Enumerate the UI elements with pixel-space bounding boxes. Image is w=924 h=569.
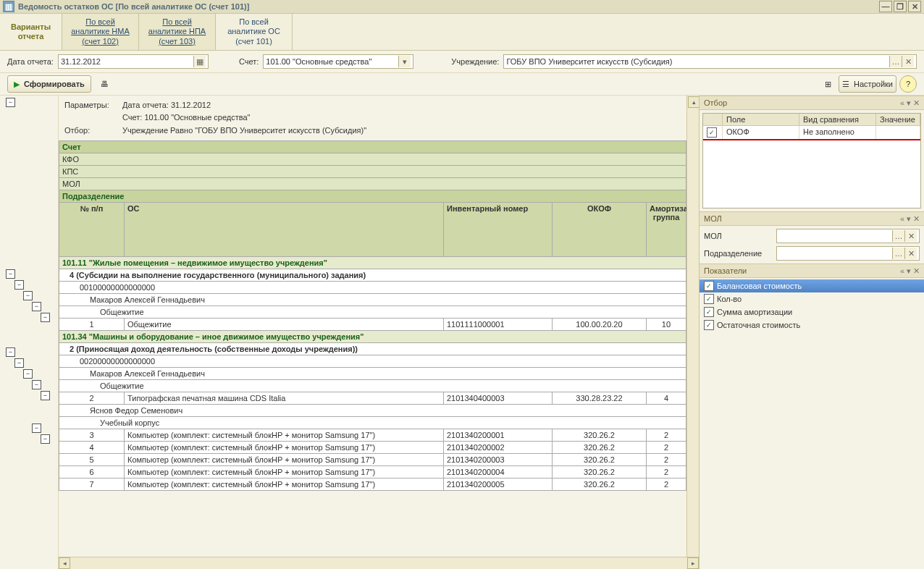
report-variants-tabs: Варианты отчета По всей аналитике НМА (с… xyxy=(0,14,924,51)
tree-collapse[interactable]: − xyxy=(41,391,50,400)
tab-nma-102[interactable]: По всей аналитике НМА (счет 102) xyxy=(62,14,139,50)
right-panel: Отбор « ▾ ✕ Поле Вид сравнения Значение … xyxy=(699,96,924,569)
table-row[interactable]: 2 Типографская печатная машина CDS Itali… xyxy=(59,392,686,405)
clear-icon[interactable]: ✕ xyxy=(904,248,917,259)
close-button[interactable]: ✕ xyxy=(908,1,921,12)
maximize-button[interactable]: ❐ xyxy=(894,1,907,12)
g2-podr1: Общежитие xyxy=(59,380,686,392)
table-row[interactable]: 6Компьютер (комплект: системный блокHP +… xyxy=(59,466,686,479)
panel-collapse-icon[interactable]: « xyxy=(900,98,904,107)
date-input[interactable]: 31.12.2012 ▦ xyxy=(58,54,209,69)
calendar-icon[interactable]: ▦ xyxy=(193,56,206,67)
hdr-podr: Подразделение xyxy=(59,190,686,203)
tree-collapse[interactable]: − xyxy=(14,358,24,368)
indicator-item[interactable]: ✓Остаточная стоимость xyxy=(700,319,924,332)
podr-label: Подразделение xyxy=(704,249,776,258)
clear-icon[interactable]: ✕ xyxy=(902,56,914,67)
checkbox[interactable]: ✓ xyxy=(704,281,714,291)
hdr-kps: КПС xyxy=(59,166,686,178)
col-inv: Инвентарный номер xyxy=(443,203,552,257)
tree-collapse[interactable]: − xyxy=(41,313,50,322)
panel-close-icon[interactable]: ✕ xyxy=(913,214,920,224)
tab-os-101[interactable]: По всей аналитике ОС (счет 101) xyxy=(216,14,293,50)
col-amort: Амортизационная группа xyxy=(646,203,686,257)
form-button[interactable]: ▶ Сформировать xyxy=(7,75,91,93)
checkbox[interactable]: ✓ xyxy=(704,320,714,330)
panel-close-icon[interactable]: ✕ xyxy=(913,98,920,108)
titlebar: ▥ Ведомость остатков ОС [По всей аналити… xyxy=(0,0,924,14)
tree-collapse[interactable]: − xyxy=(32,423,41,433)
g2-podr2: Учебный корпус xyxy=(59,417,686,429)
param1: Дата отчета: 31.12.2012 xyxy=(122,100,681,111)
mol-input[interactable]: …✕ xyxy=(776,229,920,243)
account-select[interactable]: 101.00 "Основные средства" ▾ xyxy=(263,54,413,69)
settings-button[interactable]: ☰ Настройки xyxy=(839,75,896,93)
panel-menu-icon[interactable]: ▾ xyxy=(907,266,911,276)
tree-collapse[interactable]: − xyxy=(14,280,24,290)
panel-menu-icon[interactable]: ▾ xyxy=(907,98,911,108)
print-button[interactable]: 🖶 xyxy=(97,76,113,92)
horizontal-scrollbar[interactable]: ◂ ▸ xyxy=(59,557,699,569)
dropdown-icon[interactable]: ▾ xyxy=(398,56,411,67)
params-lbl: Параметры: xyxy=(64,100,122,111)
tree-collapse[interactable]: − xyxy=(6,269,15,279)
table-row[interactable]: 7Компьютер (комплект: системный блокHP +… xyxy=(59,479,686,491)
window-title: Ведомость остатков ОС [По всей аналитике… xyxy=(18,2,249,11)
minimize-button[interactable]: — xyxy=(879,1,892,12)
variants-label: Варианты отчета xyxy=(0,14,62,50)
filter-panel-header: Отбор « ▾ ✕ xyxy=(700,96,924,110)
tree-collapse[interactable]: − xyxy=(6,347,15,357)
help-button[interactable]: ? xyxy=(899,75,917,93)
date-label: Дата отчета: xyxy=(7,57,54,66)
form-button-label: Сформировать xyxy=(24,80,85,88)
tree-collapse[interactable]: − xyxy=(23,291,33,300)
period-button[interactable]: ⊞ xyxy=(820,76,836,92)
col-os: ОС xyxy=(125,203,444,257)
tree-collapse[interactable]: − xyxy=(41,434,50,444)
table-row[interactable]: 1 Общежитие 1101111000001 100.00.20.20 1… xyxy=(59,319,686,331)
mol-label: МОЛ xyxy=(704,232,776,240)
indicator-item[interactable]: ✓Балансовая стоимость xyxy=(700,279,924,292)
vertical-scrollbar[interactable]: ▴ xyxy=(686,96,699,557)
g2-schet: 101.34 "Машины и оборудование – иное дви… xyxy=(59,331,686,343)
panel-collapse-icon[interactable]: « xyxy=(900,266,904,275)
indicator-item[interactable]: ✓Сумма амортизации xyxy=(700,305,924,319)
filter-lbl: Отбор: xyxy=(64,125,122,136)
tree-collapse[interactable]: − xyxy=(32,380,41,389)
report-area: Параметры: Дата отчета: 31.12.2012 Счет:… xyxy=(59,96,699,569)
panel-close-icon[interactable]: ✕ xyxy=(913,266,920,276)
g2-mol2: Яснов Федор Семенович xyxy=(59,405,686,417)
lookup-icon[interactable]: … xyxy=(892,248,904,259)
filter-table[interactable]: Поле Вид сравнения Значение ✓ ОКОФ Не за… xyxy=(702,113,921,208)
checkbox[interactable]: ✓ xyxy=(704,294,714,304)
panel-collapse-icon[interactable]: « xyxy=(900,214,904,223)
hdr-schet: Счет xyxy=(59,141,686,153)
panel-menu-icon[interactable]: ▾ xyxy=(907,214,911,224)
tree-collapse[interactable]: − xyxy=(23,369,33,379)
tab-npa-103[interactable]: По всей аналитике НПА (счет 103) xyxy=(139,14,216,50)
org-input[interactable]: ГОБУ ВПО Университет искусств (Субсидия)… xyxy=(503,54,917,69)
g2-kfo: 2 (Приносящая доход деятельность (собств… xyxy=(59,343,686,355)
lookup-icon[interactable]: … xyxy=(889,56,902,67)
report-icon: ▥ xyxy=(3,1,14,12)
account-label: Счет: xyxy=(239,57,259,66)
filter-checkbox[interactable]: ✓ xyxy=(707,127,717,138)
indicator-item[interactable]: ✓Кол-во xyxy=(700,292,924,305)
podr-input[interactable]: …✕ xyxy=(776,246,920,261)
clear-icon[interactable]: ✕ xyxy=(904,230,917,242)
filter-row[interactable]: ✓ ОКОФ Не заполнено xyxy=(703,126,920,140)
g1-mol: Макаров Алексей Геннадьевич xyxy=(59,294,686,306)
table-row[interactable]: 3Компьютер (комплект: системный блокHP +… xyxy=(59,429,686,442)
filter-text: Учреждение Равно "ГОБУ ВПО Университет и… xyxy=(122,125,681,136)
table-row[interactable]: 5Компьютер (комплект: системный блокHP +… xyxy=(59,454,686,466)
g1-kfo: 4 (Субсидии на выполнение государственно… xyxy=(59,269,686,282)
org-label: Учреждение: xyxy=(451,57,499,66)
filter-col-val: Значение xyxy=(876,114,920,125)
checkbox[interactable]: ✓ xyxy=(704,307,714,317)
g1-podr: Общежитие xyxy=(59,306,686,319)
lookup-icon[interactable]: … xyxy=(892,230,904,242)
tree-collapse[interactable]: − xyxy=(32,302,41,311)
tree-collapse[interactable]: − xyxy=(6,98,15,107)
col-okof: ОКОФ xyxy=(552,203,646,257)
table-row[interactable]: 4Компьютер (комплект: системный блокHP +… xyxy=(59,442,686,454)
